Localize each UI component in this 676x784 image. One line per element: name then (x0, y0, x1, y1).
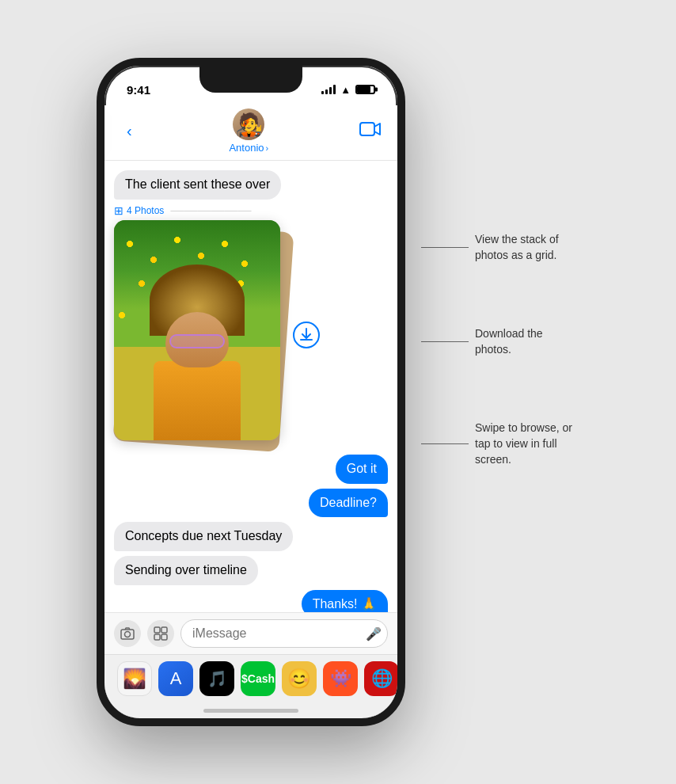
signal-bars-icon (321, 85, 336, 94)
divider-line: ──────────── (170, 205, 251, 216)
bottom-area: 🎤 🌄 A 🎵 $Cash 😊 (104, 612, 397, 718)
back-button[interactable]: ‹ (120, 119, 139, 143)
person-figure (134, 265, 260, 440)
svg-rect-6 (161, 634, 167, 640)
status-icons: ▲ (321, 84, 375, 96)
grid-icon: ⊞ (114, 204, 123, 217)
annotations-panel: View the stack of photos as a grid. Down… (405, 232, 579, 467)
annotation-grid: View the stack of photos as a grid. (421, 232, 579, 263)
annotation-line-2 (421, 341, 469, 342)
app-soundcloud[interactable]: 🎵 (199, 661, 234, 696)
home-bar (203, 709, 298, 713)
annotation-text-1: View the stack of photos as a grid. (475, 232, 579, 263)
messages-area[interactable]: The client sent these over ⊞ 4 Photos ──… (104, 161, 397, 620)
contact-chevron: › (266, 143, 269, 153)
photo-stack[interactable]: ⊞ 4 Photos ──────────── (114, 204, 320, 450)
message-received-timeline: Sending over timeline (114, 556, 258, 585)
avatar: 🧑‍🎤 (233, 108, 264, 140)
app-photos[interactable]: 🌄 (117, 661, 152, 696)
annotation-text-3: Swipe to browse, or tap to view in full … (475, 421, 579, 467)
app-browser[interactable]: 🌐 (364, 661, 399, 696)
apps-button[interactable] (147, 620, 174, 647)
annotation-line-1 (421, 247, 469, 248)
message-sent-deadline: Deadline? (309, 489, 388, 518)
mic-icon[interactable]: 🎤 (366, 626, 382, 641)
camera-button[interactable] (114, 620, 141, 647)
app-store[interactable]: A (158, 661, 193, 696)
photo-count-label[interactable]: ⊞ 4 Photos ──────────── (114, 204, 320, 217)
svg-rect-3 (154, 627, 160, 633)
photo-stack-wrapper[interactable] (114, 220, 287, 450)
nav-bar: ‹ 🧑‍🎤 Antonio › (104, 105, 397, 161)
shirt (154, 361, 241, 440)
photo-main[interactable] (114, 220, 280, 440)
signal-bar-2 (325, 89, 328, 94)
app-avatar[interactable]: 👾 (323, 661, 358, 696)
battery-fill (357, 86, 370, 93)
svg-point-2 (125, 632, 131, 637)
app-memoji[interactable]: 😊 (282, 661, 317, 696)
svg-rect-0 (360, 123, 374, 135)
phone-frame: 9:41 ▲ ‹ 🧑‍🎤 (97, 58, 405, 726)
signal-bar-4 (333, 85, 336, 94)
status-time: 9:41 (127, 83, 150, 97)
message-received-1: The client sent these over (114, 170, 281, 200)
message-input[interactable] (180, 619, 388, 648)
annotation-text-2: Download the photos. (475, 326, 579, 357)
face (165, 312, 229, 367)
download-button[interactable] (293, 322, 320, 348)
contact-name[interactable]: Antonio › (229, 142, 268, 154)
app-cash[interactable]: $Cash (241, 661, 275, 696)
page-container: 9:41 ▲ ‹ 🧑‍🎤 (97, 58, 579, 726)
contact-info[interactable]: 🧑‍🎤 Antonio › (229, 108, 268, 154)
svg-rect-5 (154, 634, 160, 640)
battery-icon (355, 85, 375, 94)
home-indicator (104, 702, 397, 718)
photo-stack-row (114, 220, 320, 450)
input-bar: 🎤 (104, 612, 397, 654)
message-received-concepts: Concepts due next Tuesday (114, 522, 293, 551)
wifi-icon: ▲ (340, 84, 351, 96)
annotation-line-3 (421, 443, 469, 444)
video-call-button[interactable] (359, 121, 382, 141)
annotation-swipe: Swipe to browse, or tap to view in full … (421, 421, 579, 467)
signal-bar-1 (321, 91, 324, 94)
svg-rect-4 (161, 627, 167, 633)
annotation-download: Download the photos. (421, 326, 579, 357)
glasses (169, 334, 225, 348)
signal-bar-3 (329, 87, 332, 94)
message-sent-got-it: Got it (336, 455, 388, 484)
message-input-wrapper[interactable]: 🎤 (180, 619, 388, 648)
notch (199, 66, 302, 93)
app-strip: 🌄 A 🎵 $Cash 😊 👾 🌐 (104, 654, 397, 702)
